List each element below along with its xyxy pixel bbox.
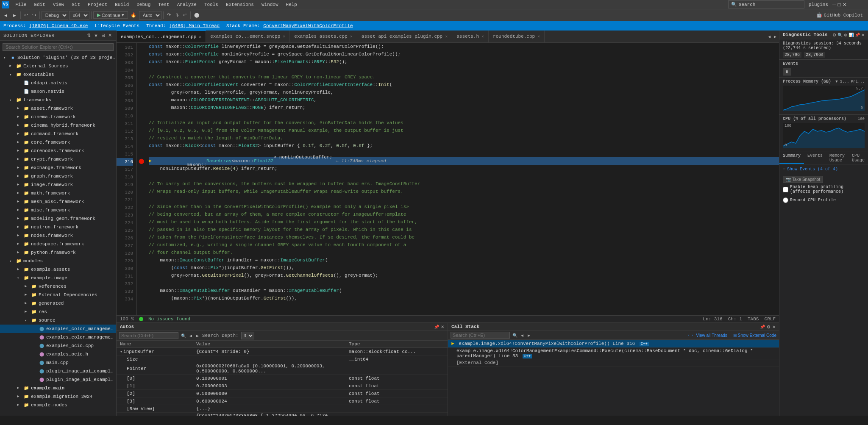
- tree-external-sources[interactable]: ► 📁 External Sources: [0, 62, 116, 70]
- diag-chart-btn[interactable]: 📊: [849, 33, 854, 37]
- autos-row-2[interactable]: [2] 0.500000000 const float: [117, 390, 448, 397]
- cs-next-btn[interactable]: ►: [527, 333, 531, 338]
- autos-col-value[interactable]: Value: [193, 341, 345, 348]
- diag-tab-summary[interactable]: Summary: [779, 152, 804, 164]
- autos-search-btn[interactable]: 🔍: [181, 333, 186, 338]
- filter-btn[interactable]: ▼: [93, 32, 99, 39]
- menu-file[interactable]: File: [12, 1, 30, 8]
- redo-btn[interactable]: ↪: [31, 11, 38, 19]
- tree-neutron-fw[interactable]: ►📁neutron.framework: [0, 223, 116, 231]
- autos-row-3[interactable]: [3] 0.600000024 const float: [117, 397, 448, 405]
- call-stack-settings-btn[interactable]: ⚙: [767, 325, 771, 329]
- tree-plugin-h[interactable]: ⬤plugin_image_api_examples.h: [0, 375, 116, 384]
- step-over-btn[interactable]: ↷: [165, 11, 172, 19]
- lifecycle-events-label[interactable]: Lifecycle Events: [95, 23, 139, 28]
- tree-c4dapi[interactable]: 📄 c4dapi.natvis: [0, 79, 116, 87]
- diag-tab-memory[interactable]: Memory Usage: [826, 152, 849, 164]
- tree-graph-fw[interactable]: ►📁graph.framework: [0, 172, 116, 181]
- tree-examples-cm-cpp[interactable]: ⬤examples_color_management.cpp: [0, 325, 116, 333]
- menu-test[interactable]: Test: [155, 1, 172, 8]
- attach-select[interactable]: Auto: [139, 11, 161, 19]
- expand-inputbuffer[interactable]: ▾: [120, 350, 122, 354]
- menu-debug[interactable]: Debug: [133, 1, 154, 8]
- tabs-scroll-right[interactable]: ►: [773, 34, 777, 39]
- cpu-record-radio[interactable]: [783, 197, 788, 203]
- cs-prev-btn[interactable]: ◄: [520, 333, 524, 338]
- tree-crypt-fw[interactable]: ►📁crypt.framework: [0, 155, 116, 164]
- tree-executables[interactable]: ▾ 📁 executables: [0, 70, 116, 79]
- tree-source[interactable]: ▾📁source: [0, 316, 116, 325]
- breakpoint-btn[interactable]: ⬤: [192, 11, 201, 19]
- autos-col-name[interactable]: Name: [117, 341, 193, 348]
- tree-cinema-fw[interactable]: ►📁cinema.framework: [0, 113, 116, 121]
- tree-misc-fw[interactable]: ►📁misc.framework: [0, 206, 116, 214]
- autos-table-scroll[interactable]: Name Value Type ▾inputBuffer {Count=4 St…: [117, 341, 448, 416]
- tree-modeling-fw[interactable]: ►📁modeling_geom.framework: [0, 214, 116, 223]
- tree-mesh-misc-fw[interactable]: ►📁mesh_misc.framework: [0, 197, 116, 206]
- show-events-link[interactable]: Show Events (4 of 4): [787, 167, 838, 172]
- close-panel-btn[interactable]: ✕: [107, 32, 113, 39]
- tree-modules[interactable]: ▾📁modules: [0, 257, 116, 265]
- tree-examples-ocio-cpp[interactable]: ⬤examples_ocio.cpp: [0, 342, 116, 350]
- maximize-btn[interactable]: □: [838, 2, 841, 8]
- plugins-tab[interactable]: plugins: [809, 2, 828, 7]
- back-btn[interactable]: ◄: [2, 12, 10, 19]
- process-value[interactable]: [18676] Cinema 4D.exe: [29, 23, 88, 28]
- diag-zoom-btn[interactable]: ⊕: [844, 33, 847, 37]
- thread-value[interactable]: [6480] Main Thread: [169, 23, 220, 28]
- global-search-box[interactable]: 🔍 Search: [728, 0, 804, 8]
- tree-res[interactable]: ►📁res: [0, 308, 116, 316]
- cs-search-btn[interactable]: 🔍: [512, 333, 517, 338]
- call-stack-scroll[interactable]: ► example.image.xdl64!ConvertManyPixelWi…: [448, 340, 779, 416]
- call-stack-close-btn[interactable]: ✕: [772, 325, 776, 329]
- menu-help[interactable]: Help: [283, 1, 300, 8]
- view-all-threads-btn[interactable]: ⋮⋮ View all Threads: [686, 333, 727, 338]
- autos-row-0[interactable]: [0] 0.100000001 const float: [117, 375, 448, 382]
- call-stack-pin-btn[interactable]: 📌: [760, 325, 765, 329]
- step-out-btn[interactable]: ↵: [181, 11, 189, 19]
- menu-extensions[interactable]: Extensions: [223, 1, 257, 8]
- menu-project[interactable]: Project: [84, 1, 111, 8]
- autos-row-nonlin[interactable]: ▾nonLinOutputBuffer {Count=1407057383868…: [117, 413, 448, 416]
- menu-view[interactable]: View: [50, 1, 67, 8]
- tab-examples-sncpp[interactable]: examples_co...ement.sncpp ✕: [206, 31, 290, 42]
- undo-btn[interactable]: ↩: [22, 11, 30, 19]
- tab-close-1[interactable]: ✕: [199, 34, 201, 39]
- tree-math-fw[interactable]: ►📁math.framework: [0, 189, 116, 197]
- tree-generated[interactable]: ►📁generated: [0, 299, 116, 308]
- menu-window[interactable]: Window: [258, 1, 282, 8]
- autos-row-inputbuffer[interactable]: ▾inputBuffer {Count=4 Stride: 0} maxon::…: [117, 348, 448, 356]
- next-result-btn[interactable]: ►: [195, 333, 200, 338]
- solution-root[interactable]: ▾ ■ Solution 'plugins' (23 of 23 project…: [0, 53, 116, 62]
- tabs-scroll-left[interactable]: ◄: [767, 34, 771, 39]
- tab-assets-h[interactable]: assets.h ✕: [452, 31, 489, 42]
- attach-btn[interactable]: 🔥: [129, 11, 138, 19]
- call-stack-frame-2[interactable]: example.image.xdl64!ColorManagementExamp…: [448, 347, 779, 359]
- tree-core-fw[interactable]: ►📁core.framework: [0, 138, 116, 147]
- step-into-btn[interactable]: ↴: [173, 11, 181, 19]
- tree-example-image[interactable]: ▾📁example.image: [0, 274, 116, 282]
- autos-col-type[interactable]: Type: [345, 341, 448, 348]
- minimize-btn[interactable]: ─: [832, 2, 836, 8]
- diag-settings-btn[interactable]: ⚙: [832, 33, 836, 37]
- show-external-code-btn[interactable]: ⊞ Show External Code: [733, 333, 776, 338]
- autos-row-1[interactable]: [1] 0.200000003 const float: [117, 382, 448, 390]
- forward-btn[interactable]: ►: [11, 12, 19, 19]
- tree-plugin-cpp[interactable]: ⬤plugin_image_api_examples.cpp: [0, 367, 116, 375]
- prev-result-btn[interactable]: ◄: [189, 333, 193, 338]
- tab-examples-assets[interactable]: examples_assets.cpp ✕: [290, 31, 357, 42]
- heap-profiling-checkbox[interactable]: [783, 187, 788, 192]
- diag-tab-cpu[interactable]: CPU Usage: [849, 152, 868, 164]
- call-stack-search-input[interactable]: [451, 332, 510, 339]
- menu-analyze[interactable]: Analyze: [174, 1, 200, 8]
- menu-git[interactable]: Git: [68, 1, 83, 8]
- collapse-btn[interactable]: ⊟: [100, 32, 106, 39]
- tab-close-3[interactable]: ✕: [350, 34, 353, 39]
- tab-asset-api[interactable]: asset_api_examples_plugin.cpp ✕: [357, 31, 452, 42]
- close-btn[interactable]: ✕: [843, 2, 847, 8]
- tree-asset-fw[interactable]: ►📁asset.framework: [0, 104, 116, 113]
- autos-row-pointer[interactable]: Pointer 0x00000002f068fa8a0 {0.100000001…: [117, 363, 448, 375]
- tree-examples-ocio-h[interactable]: ⬤examples_ocio.h: [0, 350, 116, 358]
- tree-example-nodes[interactable]: ►📁example.nodes: [0, 401, 116, 409]
- continue-button[interactable]: ▶ Continue ▾: [93, 11, 128, 19]
